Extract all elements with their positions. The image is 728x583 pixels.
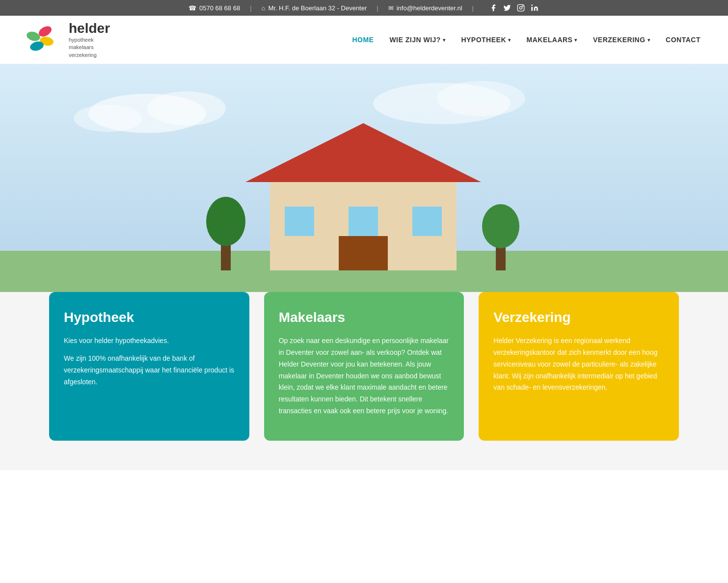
nav-link-hypotheek[interactable]: HYPOTHEEK ▾	[453, 31, 518, 49]
card-hypotheek: Hypotheek Kies voor helder hypotheekadvi…	[49, 292, 249, 441]
card-verzekering-p1: Helder Verzekering is een regionaal werk…	[493, 335, 664, 394]
svg-point-3	[531, 4, 533, 6]
card-verzekering: Verzekering Helder Verzekering is een re…	[479, 292, 679, 441]
email-icon: ✉	[388, 4, 394, 12]
phone-number: 0570 68 68 68	[199, 4, 240, 12]
svg-point-1	[519, 6, 522, 9]
svg-point-13	[437, 81, 525, 116]
svg-point-22	[206, 197, 245, 246]
card-verzekering-title: Verzekering	[493, 310, 664, 325]
svg-rect-18	[349, 207, 378, 236]
nav-link-contact[interactable]: CONTACT	[658, 31, 708, 49]
nav-item-hypotheek: HYPOTHEEK ▾	[453, 31, 518, 49]
nav-link-makelaars[interactable]: MAKELAARS ▾	[519, 31, 585, 49]
logo-text: helder hypotheekmakelaarsverzekering	[69, 21, 110, 59]
nav-item-home: HOME	[344, 31, 381, 49]
card-hypotheek-p2: We zijn 100% onafhankelijk van de bank o…	[64, 353, 235, 388]
email-text: info@helderdeventer.nl	[397, 4, 462, 12]
nav-link-home[interactable]: HOME	[344, 31, 381, 49]
hero-section	[0, 64, 728, 321]
logo-link[interactable]: helder hypotheekmakelaarsverzekering	[20, 21, 110, 59]
hero-image	[0, 64, 728, 319]
svg-rect-17	[285, 207, 314, 236]
svg-point-5	[26, 30, 41, 43]
card-makelaars-title: Makelaars	[279, 310, 450, 325]
topbar-divider-2: |	[377, 4, 378, 12]
linkedin-link[interactable]	[530, 3, 539, 13]
location-icon: ⌂	[262, 4, 266, 12]
svg-rect-20	[339, 236, 388, 270]
nav-links: HOME WIE ZIJN WIJ? ▾ HYPOTHEEK ▾ MAKELAA…	[130, 31, 708, 49]
card-hypotheek-p1: Kies voor helder hypotheekadvies.	[64, 335, 235, 347]
logo-subtitle: hypotheekmakelaarsverzekering	[69, 36, 110, 59]
nav-link-verzekering[interactable]: VERZEKERING ▾	[585, 31, 658, 49]
logo-icon	[20, 23, 64, 57]
cards-section: Hypotheek Kies voor helder hypotheekadvi…	[0, 292, 728, 470]
twitter-link[interactable]	[502, 3, 512, 13]
svg-rect-19	[412, 207, 442, 236]
svg-point-10	[147, 91, 226, 126]
nav-item-makelaars: MAKELAARS ▾	[519, 31, 585, 49]
svg-point-2	[522, 6, 523, 6]
svg-point-24	[482, 204, 519, 248]
phone-icon: ☎	[189, 4, 196, 12]
chevron-down-icon: ▾	[647, 37, 650, 43]
svg-point-11	[74, 105, 142, 132]
instagram-link[interactable]	[516, 3, 526, 13]
topbar-phone: ☎ 0570 68 68 68	[189, 4, 240, 12]
topbar-divider-3: |	[472, 4, 474, 12]
nav-item-wie: WIE ZIJN WIJ? ▾	[381, 31, 453, 49]
chevron-down-icon: ▾	[508, 37, 511, 43]
topbar-email: ✉ info@helderdeventer.nl	[388, 4, 462, 12]
address-text: Mr. H.F. de Boerlaan 32 - Deventer	[268, 4, 367, 12]
nav-link-wie[interactable]: WIE ZIJN WIJ? ▾	[381, 31, 453, 49]
logo-brand: helder	[69, 21, 110, 36]
svg-rect-0	[517, 4, 524, 11]
card-hypotheek-title: Hypotheek	[64, 310, 235, 325]
topbar-address: ⌂ Mr. H.F. de Boerlaan 32 - Deventer	[262, 4, 367, 12]
chevron-down-icon: ▾	[574, 37, 577, 43]
card-makelaars-p1: Op zoek naar een deskundige en persoonli…	[279, 335, 450, 417]
topbar-divider-1: |	[250, 4, 251, 12]
social-links	[488, 3, 539, 13]
topbar: ☎ 0570 68 68 68 | ⌂ Mr. H.F. de Boerlaan…	[0, 0, 728, 16]
card-makelaars: Makelaars Op zoek naar een deskundige en…	[264, 292, 464, 441]
facebook-link[interactable]	[488, 3, 498, 13]
chevron-down-icon: ▾	[443, 37, 446, 43]
nav-item-verzekering: VERZEKERING ▾	[585, 31, 658, 49]
navbar: helder hypotheekmakelaarsverzekering HOM…	[0, 16, 728, 64]
nav-item-contact: CONTACT	[658, 31, 708, 49]
